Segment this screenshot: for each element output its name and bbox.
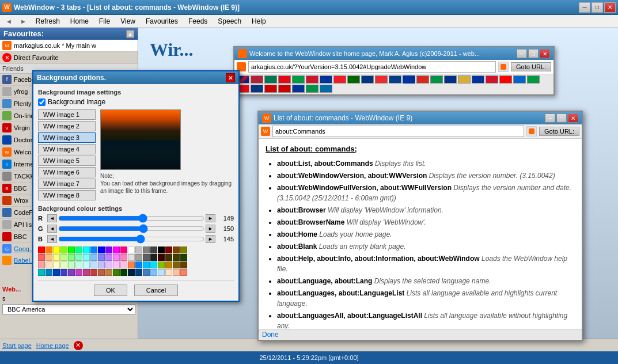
aw-address-input[interactable] (272, 126, 524, 137)
palette-cell[interactable] (143, 247, 150, 253)
palette-cell[interactable] (75, 247, 82, 253)
palette-cell[interactable] (60, 261, 67, 268)
start-page-link[interactable]: Start page (2, 342, 32, 349)
palette-cell[interactable] (53, 261, 60, 268)
flag-row2-6[interactable] (251, 85, 263, 93)
palette-cell[interactable] (53, 254, 60, 261)
palette-cell[interactable] (150, 247, 157, 253)
palette-cell[interactable] (98, 254, 105, 261)
palette-cell[interactable] (105, 269, 112, 276)
palette-cell[interactable] (68, 261, 75, 268)
palette-cell[interactable] (150, 254, 157, 261)
palette-cell[interactable] (98, 269, 105, 276)
palette-cell[interactable] (150, 269, 157, 276)
image-btn-7[interactable]: WW image 7 (38, 179, 96, 189)
palette-cell[interactable] (128, 247, 135, 253)
palette-cell[interactable] (165, 254, 172, 261)
palette-cell[interactable] (165, 247, 172, 253)
palette-cell[interactable] (143, 269, 150, 276)
palette-cell[interactable] (135, 269, 142, 276)
home-menu[interactable]: Home (66, 16, 93, 26)
palette-cell[interactable] (60, 269, 67, 276)
palette-cell[interactable] (46, 269, 52, 276)
close-button[interactable]: ✕ (604, 2, 616, 13)
palette-cell[interactable] (120, 261, 127, 268)
palette-cell[interactable] (113, 261, 120, 268)
palette-cell[interactable] (75, 269, 82, 276)
palette-cell[interactable] (135, 254, 142, 261)
flag-eu[interactable] (320, 75, 332, 84)
remove-icon[interactable]: ✕ (2, 53, 12, 62)
palette-cell[interactable] (53, 247, 60, 253)
palette-cell[interactable] (113, 269, 120, 276)
cancel-button[interactable]: Cancel (134, 285, 178, 296)
feeds-menu[interactable]: Feeds (184, 16, 212, 26)
b-slider[interactable] (58, 235, 204, 243)
palette-cell[interactable] (120, 247, 127, 253)
palette-cell[interactable] (165, 269, 172, 276)
flag-row2-4[interactable] (527, 75, 540, 84)
g-slider[interactable] (58, 225, 204, 233)
ok-button[interactable]: OK (94, 285, 127, 296)
palette-cell[interactable] (173, 261, 180, 268)
bg-image-checkbox[interactable] (38, 98, 46, 106)
help-menu[interactable]: Help (247, 16, 271, 26)
palette-cell[interactable] (83, 261, 90, 268)
image-btn-3[interactable]: WW image 3 (38, 132, 96, 143)
image-btn-5[interactable]: WW image 5 (38, 156, 96, 166)
r-increase[interactable]: ► (206, 214, 215, 222)
view-menu[interactable]: View (116, 16, 140, 26)
bw2-close[interactable]: ✕ (540, 49, 550, 58)
image-btn-2[interactable]: WW image 2 (38, 121, 96, 131)
palette-cell[interactable] (83, 269, 90, 276)
r-slider[interactable] (58, 214, 204, 222)
palette-cell[interactable] (38, 261, 45, 268)
palette-cell[interactable] (143, 261, 150, 268)
aw-close[interactable]: ✕ (568, 113, 578, 123)
palette-cell[interactable] (38, 247, 45, 253)
flag-row2-11[interactable] (320, 85, 332, 93)
palette-cell[interactable] (113, 247, 120, 253)
palette-cell[interactable] (75, 261, 82, 268)
image-btn-6[interactable]: WW image 6 (38, 167, 96, 177)
speech-menu[interactable]: Speech (213, 16, 246, 26)
r-decrease[interactable]: ◄ (47, 214, 57, 222)
favourites-menu[interactable]: Favourites (141, 16, 183, 26)
palette-cell[interactable] (173, 247, 180, 253)
palette-cell[interactable] (158, 261, 165, 268)
flag-row2-2[interactable] (499, 75, 512, 84)
palette-cell[interactable] (90, 269, 97, 276)
palette-cell[interactable] (158, 247, 165, 253)
palette-cell[interactable] (46, 254, 52, 261)
flag-ch[interactable] (333, 75, 346, 84)
palette-cell[interactable] (98, 247, 105, 253)
palette-cell[interactable] (120, 254, 127, 261)
bw2-minimize[interactable]: ─ (517, 49, 527, 58)
sidebar-scroll-up[interactable]: ▲ (126, 30, 134, 38)
sidebar-item-remove[interactable]: ✕ Direct Favourite (0, 52, 138, 64)
refresh-menu[interactable]: Refresh (31, 16, 65, 26)
palette-cell[interactable] (90, 247, 97, 253)
flag-misc2[interactable] (472, 75, 484, 84)
flag-row2-9[interactable] (292, 85, 305, 93)
palette-cell[interactable] (53, 269, 60, 276)
palette-cell[interactable] (173, 254, 180, 261)
palette-cell[interactable] (135, 247, 142, 253)
palette-cell[interactable] (158, 254, 165, 261)
palette-cell[interactable] (180, 254, 187, 261)
palette-cell[interactable] (113, 254, 120, 261)
palette-cell[interactable] (143, 254, 150, 261)
image-btn-1[interactable]: WW image 1 (38, 109, 96, 120)
palette-cell[interactable] (105, 254, 112, 261)
minimize-button[interactable]: ─ (579, 2, 590, 13)
b-increase[interactable]: ► (206, 235, 215, 243)
flag-row2-8[interactable] (278, 85, 291, 93)
palette-cell[interactable] (68, 247, 75, 253)
palette-cell[interactable] (83, 254, 90, 261)
flag-row2-3[interactable] (513, 75, 526, 84)
flag-fr[interactable] (389, 75, 401, 84)
palette-cell[interactable] (105, 261, 112, 268)
flag-es[interactable] (416, 75, 429, 84)
palette-cell[interactable] (128, 254, 135, 261)
palette-cell[interactable] (83, 247, 90, 253)
